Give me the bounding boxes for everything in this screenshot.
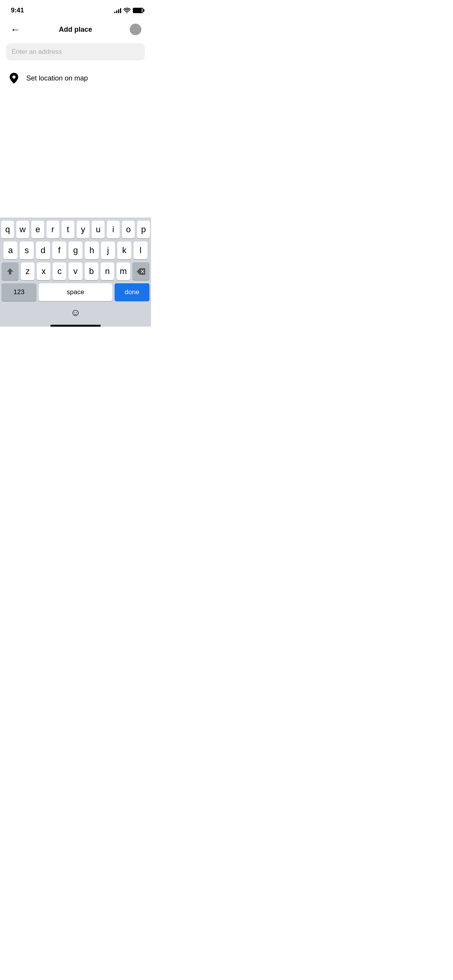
keyboard-rows: q w e r t y u i o p a s d f g h j k l (0, 218, 151, 282)
key-d[interactable]: d (36, 242, 50, 259)
battery-icon (133, 8, 143, 13)
signal-icon (114, 8, 121, 13)
set-location-on-map-button[interactable]: Set location on map (0, 67, 151, 90)
key-s[interactable]: s (20, 242, 34, 259)
key-i[interactable]: i (107, 221, 120, 238)
nav-header: ← Add place (0, 19, 151, 42)
key-b[interactable]: b (85, 262, 98, 280)
keyboard-row-3: z x c v b n m (2, 262, 149, 280)
keyboard: q w e r t y u i o p a s d f g h j k l (0, 218, 151, 327)
status-time: 9:41 (11, 7, 24, 14)
space-key[interactable]: space (39, 283, 112, 301)
key-k[interactable]: k (117, 242, 131, 259)
key-a[interactable]: a (3, 242, 17, 259)
key-p[interactable]: p (137, 221, 150, 238)
delete-key[interactable] (132, 262, 149, 280)
keyboard-row-2: a s d f g h j k l (2, 242, 149, 259)
key-v[interactable]: v (69, 262, 82, 280)
key-l[interactable]: l (134, 242, 148, 259)
key-u[interactable]: u (92, 221, 105, 238)
numbers-key[interactable]: 123 (2, 283, 36, 301)
back-button[interactable]: ← (8, 22, 23, 37)
key-y[interactable]: y (77, 221, 89, 238)
key-o[interactable]: o (122, 221, 135, 238)
keyboard-footer: ☺ (0, 303, 151, 323)
wifi-icon (124, 8, 130, 13)
back-arrow-icon: ← (10, 24, 21, 34)
nav-right-button[interactable] (128, 22, 143, 37)
home-indicator (50, 325, 101, 327)
shift-key[interactable] (2, 262, 19, 280)
key-z[interactable]: z (21, 262, 34, 280)
key-x[interactable]: x (37, 262, 50, 280)
done-key[interactable]: done (115, 283, 149, 301)
key-n[interactable]: n (101, 262, 114, 280)
key-f[interactable]: f (52, 242, 66, 259)
key-m[interactable]: m (117, 262, 130, 280)
status-bar: 9:41 (0, 0, 151, 19)
address-search-input[interactable] (6, 43, 145, 60)
key-j[interactable]: j (101, 242, 115, 259)
circle-icon (130, 24, 141, 35)
key-e[interactable]: e (31, 221, 44, 238)
keyboard-row-1: q w e r t y u i o p (2, 221, 149, 238)
key-q[interactable]: q (1, 221, 14, 238)
page-title: Add place (59, 26, 92, 34)
status-icons (114, 8, 143, 13)
key-c[interactable]: c (53, 262, 66, 280)
key-g[interactable]: g (69, 242, 82, 259)
search-container (0, 42, 151, 67)
keyboard-bottom-row: 123 space done (0, 282, 151, 303)
set-location-label: Set location on map (26, 74, 88, 82)
location-pin-icon (8, 72, 20, 84)
key-r[interactable]: r (46, 221, 59, 238)
svg-point-0 (12, 75, 15, 79)
key-h[interactable]: h (85, 242, 99, 259)
key-t[interactable]: t (62, 221, 74, 238)
emoji-icon[interactable]: ☺ (70, 307, 81, 319)
key-w[interactable]: w (16, 221, 29, 238)
